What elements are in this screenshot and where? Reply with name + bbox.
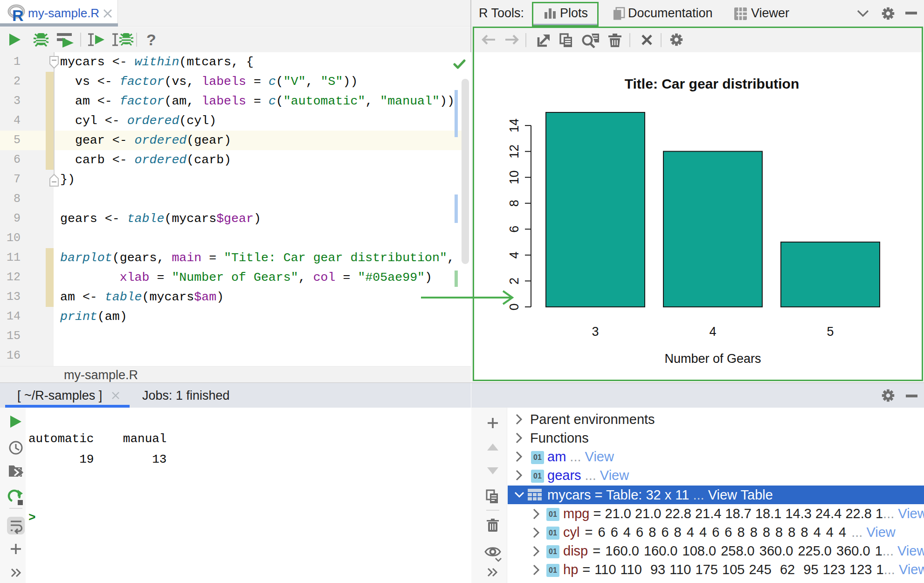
svg-text:4: 4 [709,325,716,339]
svg-text:6: 6 [507,226,521,233]
svg-text:2: 2 [507,278,521,285]
svg-text:4: 4 [507,251,521,258]
svg-text:?: ? [146,32,156,48]
svg-text:8: 8 [507,200,521,207]
svg-text:14: 14 [507,118,521,132]
svg-text:12: 12 [507,145,521,159]
svg-text:Title: Car gear distribution: Title: Car gear distribution [625,76,800,91]
svg-text:5: 5 [827,325,834,339]
svg-text:R: R [12,7,24,23]
svg-text:10: 10 [507,170,521,184]
svg-text:Number of Gears: Number of Gears [664,352,761,366]
svg-text:3: 3 [592,325,599,339]
